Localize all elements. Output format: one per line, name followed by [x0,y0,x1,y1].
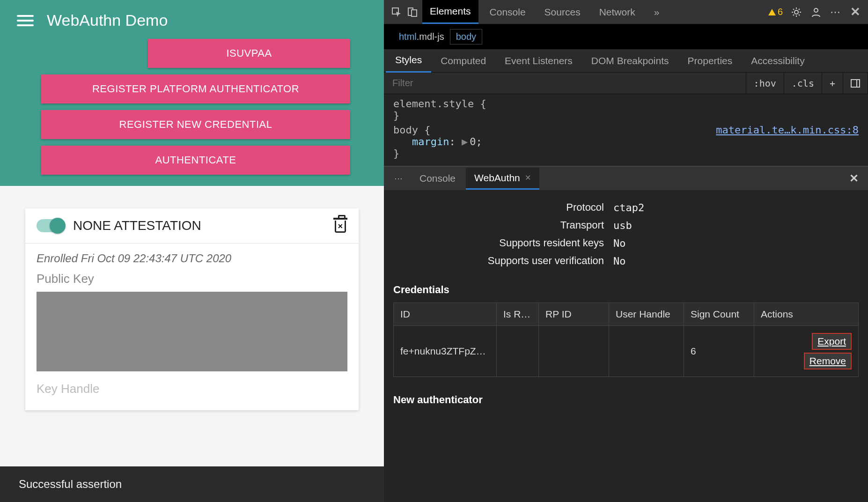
breadcrumb-body[interactable]: body [450,29,482,44]
gear-icon[interactable] [790,6,802,18]
remove-button[interactable]: Remove [804,353,852,369]
table-row[interactable]: fe+nuknu3ZTFpZ… 6 Export Remove [394,326,859,377]
col-id[interactable]: ID [394,303,497,326]
card-body: Enrolled Fri Oct 09 22:43:47 UTC 2020 Pu… [25,244,359,410]
rule-source-link[interactable]: material.te…k.min.css:8 [716,124,859,136]
authenticator-properties: Protocol ctap2 Transport usb Supports re… [384,190,868,284]
warnings-badge[interactable]: 6 [768,7,783,17]
drawer-tab-console[interactable]: Console [411,168,464,189]
close-icon[interactable]: ✕ [525,173,531,182]
warning-count: 6 [778,7,783,17]
breadcrumb: html.mdl-js body [384,24,868,49]
tab-console[interactable]: Console [482,1,533,23]
tab-sources[interactable]: Sources [537,1,588,23]
svg-rect-5 [851,80,860,87]
tab-computed[interactable]: Computed [431,50,495,72]
body-rule[interactable]: material.te…k.min.css:8 body { margin: ▶… [393,124,859,159]
drawer-tabs: ⋯ Console WebAuthn ✕ ✕ [384,167,868,190]
cell-user-handle [609,326,684,377]
tab-more[interactable]: » [647,1,667,23]
credentials-title: Credentials [393,284,859,296]
card-header: NONE ATTESTATION ✕ [25,208,359,244]
devtools-toolbar-right: 6 ⋯ ✕ [768,6,861,18]
devtools-drawer: ⋯ Console WebAuthn ✕ ✕ Protocol ctap2 Tr… [384,166,868,502]
svg-point-3 [794,10,798,14]
more-icon[interactable]: ⋯ [830,6,842,18]
new-rule-button[interactable]: + [822,73,843,94]
attestation-toggle[interactable] [37,219,64,232]
inspect-element-icon[interactable] [390,6,403,18]
hamburger-icon[interactable] [17,12,34,29]
enrolled-timestamp: Enrolled Fri Oct 09 22:43:47 UTC 2020 [37,252,347,265]
app-body: NONE ATTESTATION ✕ Enrolled Fri Oct 09 2… [0,186,384,502]
export-button[interactable]: Export [812,333,852,350]
new-authenticator-heading: New authenticator [384,377,868,406]
table-header-row: ID Is R… RP ID User Handle Sign Count Ac… [394,303,859,326]
tab-event-listeners[interactable]: Event Listeners [495,50,582,72]
styles-rules: element.style { } material.te…k.min.css:… [384,94,868,166]
tab-accessibility[interactable]: Accessibility [742,50,814,72]
credentials-section: Credentials ID Is R… RP ID User Handle S… [384,284,868,377]
public-key-value [37,292,347,371]
cell-sign-count: 6 [684,326,754,377]
register-platform-authenticator-button[interactable]: REGISTER PLATFORM AUTHENTICATOR [41,74,350,103]
attestation-card: NONE ATTESTATION ✕ Enrolled Fri Oct 09 2… [25,208,359,410]
close-icon[interactable]: ✕ [849,6,861,18]
tab-network[interactable]: Network [592,1,643,23]
col-user-handle[interactable]: User Handle [609,303,684,326]
cls-button[interactable]: .cls [784,73,822,94]
styles-filter-input[interactable] [384,73,746,94]
tab-elements[interactable]: Elements [422,0,478,24]
warning-icon [768,9,776,15]
svg-rect-2 [412,10,417,16]
drawer-tab-webauthn[interactable]: WebAuthn ✕ [466,168,539,190]
snackbar: Successful assertion [0,466,384,502]
breadcrumb-html[interactable]: html.mdl-js [393,30,450,44]
app-title: WebAuthn Demo [47,11,168,30]
hov-button[interactable]: :hov [746,73,784,94]
cell-actions: Export Remove [754,326,859,377]
webauthn-demo-app: WebAuthn Demo ISUVPAA REGISTER PLATFORM … [0,0,384,502]
col-rp-id[interactable]: RP ID [539,303,609,326]
auth-resident-row: Supports resident keys No [384,234,868,252]
trash-icon[interactable]: ✕ [333,218,347,234]
account-icon[interactable] [810,6,822,18]
col-sign-count[interactable]: Sign Count [684,303,754,326]
public-key-label: Public Key [37,272,347,286]
drawer-more-icon[interactable]: ⋯ [389,173,409,184]
authenticate-button[interactable]: AUTHENTICATE [41,146,350,175]
tab-dom-breakpoints[interactable]: DOM Breakpoints [582,50,678,72]
cell-is-resident [497,326,539,377]
tab-properties[interactable]: Properties [678,50,742,72]
card-title: NONE ATTESTATION [73,218,324,233]
devtools-panel: Elements Console Sources Network » 6 ⋯ ✕… [384,0,868,502]
credentials-table: ID Is R… RP ID User Handle Sign Count Ac… [393,303,859,377]
auth-protocol-row: Protocol ctap2 [384,199,868,216]
app-title-row: WebAuthn Demo [17,11,367,30]
devtools-main-tabs: Elements Console Sources Network » 6 ⋯ ✕ [384,0,868,24]
drawer-close-icon[interactable]: ✕ [845,172,863,185]
isuvpaa-button[interactable]: ISUVPAA [148,39,350,68]
svg-point-4 [814,8,818,12]
device-toolbar-icon[interactable] [406,6,419,18]
col-is-resident[interactable]: Is R… [497,303,539,326]
col-actions[interactable]: Actions [754,303,859,326]
toggle-sidebar-icon[interactable] [843,73,868,94]
app-buttons: ISUVPAA REGISTER PLATFORM AUTHENTICATOR … [17,39,367,175]
margin-property[interactable]: margin: ▶0; [393,136,859,148]
app-header: WebAuthn Demo ISUVPAA REGISTER PLATFORM … [0,0,384,186]
auth-transport-row: Transport usb [384,216,868,234]
auth-userver-row: Supports user verification No [384,252,868,270]
key-handle-label: Key Handle [37,382,347,396]
styles-tabs: Styles Computed Event Listeners DOM Brea… [384,49,868,73]
cell-rp-id [539,326,609,377]
tab-styles[interactable]: Styles [386,49,431,73]
register-new-credential-button[interactable]: REGISTER NEW CREDENTIAL [41,110,350,139]
cell-id: fe+nuknu3ZTFpZ… [394,326,497,377]
element-style-rule[interactable]: element.style { } [393,98,859,121]
styles-filter-row: :hov .cls + [384,73,868,94]
